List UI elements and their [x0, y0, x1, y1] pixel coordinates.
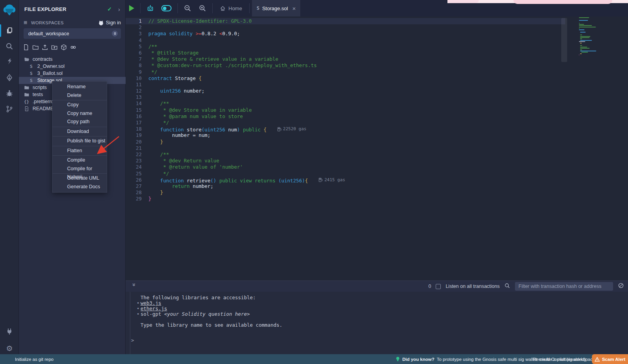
menu-item-rename[interactable]: Rename: [53, 83, 107, 91]
editor-scrollbar[interactable]: [561, 18, 567, 62]
folder-icon: [24, 85, 29, 90]
listen-transactions-checkbox[interactable]: [436, 284, 441, 289]
menu-item-compile-for-nahmii[interactable]: Compile for Nahmii: [53, 165, 107, 173]
upload-folder-icon[interactable]: [51, 44, 58, 51]
code-editor[interactable]: 1// SPDX-License-Identifier: GPL-3.023pr…: [126, 16, 628, 280]
code-line-26: 26 function retrieve() public view retur…: [126, 177, 565, 183]
new-file-icon[interactable]: [23, 44, 29, 51]
tab-home[interactable]: Home: [215, 0, 247, 16]
code-line-10: 10contract Storage {: [126, 75, 565, 82]
terminal-output-line: Type the library name to see available c…: [126, 322, 628, 328]
terminal-output-line: •sol-gpt <your Solidity question here>: [126, 311, 628, 317]
terminal-link[interactable]: ethers.js: [141, 306, 167, 311]
sign-in-button[interactable]: Sign in: [98, 20, 121, 26]
zoom-in-icon: [199, 4, 206, 12]
hamburger-menu-icon[interactable]: ≡: [24, 19, 27, 26]
code-line-4: 4: [126, 37, 565, 44]
code-line-1: 1// SPDX-License-Identifier: GPL-3.0: [126, 18, 565, 24]
solidity-icon: S: [28, 78, 34, 83]
line-number: 18: [126, 126, 148, 132]
transaction-filter-input[interactable]: [515, 282, 613, 291]
line-number: 1: [126, 18, 148, 24]
code-line-3: 3pragma solidity >=0.8.2 <0.9.0;: [126, 31, 565, 37]
terminal-prompt[interactable]: >: [131, 337, 134, 343]
solidity-icon: S: [28, 71, 34, 76]
line-number: 7: [126, 56, 148, 62]
code-line-27: 27 return number;: [126, 183, 565, 189]
terminal-link[interactable]: web3.js: [141, 300, 161, 306]
file-toolbar: [23, 44, 77, 51]
line-number: 19: [126, 132, 148, 138]
line-number: 6: [126, 50, 148, 56]
rail-icon-file-explorer[interactable]: [0, 23, 19, 38]
tree-item-3-ballot-sol[interactable]: S3_Ballot.sol: [19, 70, 126, 77]
menu-item-copy-path[interactable]: Copy path: [53, 118, 107, 126]
home-icon: [220, 5, 226, 11]
menu-item-copy-name[interactable]: Copy name: [53, 109, 107, 118]
tree-item-label: 2_Owner.sol: [37, 64, 64, 69]
terminal[interactable]: The following libraries are accessible:•…: [126, 292, 628, 354]
menu-item-copy[interactable]: Copy: [53, 101, 107, 109]
line-number: 17: [126, 120, 148, 126]
zoom-in-button[interactable]: [195, 0, 210, 16]
line-number: 28: [126, 189, 148, 196]
zoom-out-button[interactable]: [180, 0, 195, 16]
terminal-link-line: •web3.js: [126, 300, 628, 306]
code-line-18: 18 function store(uint256 num) public {2…: [126, 126, 565, 132]
workspace-selector[interactable]: default_workspace: [24, 28, 121, 39]
tree-item-contracts[interactable]: contracts: [19, 56, 126, 63]
rail-icon-solidity-compiler[interactable]: [0, 54, 19, 70]
chevron-right-icon[interactable]: ›: [118, 6, 120, 13]
ai-assistant-button[interactable]: [143, 0, 158, 16]
line-number: 26: [126, 177, 148, 183]
line-number: 9: [126, 69, 148, 75]
code-line-15: 15 * @dev Store value in variable: [126, 107, 565, 113]
copilot-status[interactable]: RemixAI Copilot (enabled): [533, 357, 586, 362]
copilot-toggle[interactable]: [158, 0, 175, 16]
clear-console-icon[interactable]: [618, 282, 624, 290]
file-icon: [24, 106, 29, 111]
link-icon[interactable]: [70, 44, 77, 51]
code-line-8: 8 * @custom:dev-run-script ./scripts/dep…: [126, 62, 565, 69]
menu-item-generate-docs[interactable]: Generate Docs: [53, 183, 107, 191]
scam-alert-button[interactable]: Scam Alert: [592, 354, 628, 364]
code-line-23: 23 * @dev Return value: [126, 158, 565, 164]
tree-item-label: scripts: [33, 85, 47, 90]
menu-item-compile[interactable]: Compile: [53, 156, 107, 165]
rail-icon-search[interactable]: [0, 38, 19, 54]
close-tab-icon[interactable]: ×: [292, 5, 296, 12]
line-number: 3: [126, 31, 148, 37]
rail-icon-debugger[interactable]: [0, 86, 19, 101]
minimap[interactable]: [579, 17, 623, 88]
workspace-switch-icon[interactable]: [112, 31, 118, 36]
tab-storage-sol[interactable]: S Storage.sol ×: [252, 0, 301, 16]
cube-icon[interactable]: [60, 44, 67, 51]
line-number: 8: [126, 62, 148, 69]
collapse-terminal-icon[interactable]: »: [131, 283, 137, 289]
line-number: 27: [126, 183, 148, 189]
code-line-24: 24 * @return value of 'number': [126, 164, 565, 170]
code-line-21: 21: [126, 145, 565, 151]
solidity-icon: S: [28, 64, 34, 69]
tree-item-2-owner-sol[interactable]: S2_Owner.sol: [19, 63, 126, 70]
run-script-button[interactable]: [126, 0, 138, 16]
new-folder-icon[interactable]: [32, 44, 39, 51]
panel-title: FILE EXPLORER: [24, 6, 107, 12]
menu-item-delete[interactable]: Delete: [53, 91, 107, 100]
line-number: 16: [126, 113, 148, 120]
remix-logo-icon[interactable]: [3, 3, 16, 17]
upload-file-icon[interactable]: [42, 44, 48, 51]
terminal-search-icon[interactable]: [504, 283, 510, 290]
rail-icon-settings[interactable]: ⚙: [0, 340, 19, 356]
rail-icon-plugin-manager[interactable]: [0, 324, 19, 339]
code-line-17: 17 */: [126, 120, 565, 126]
tree-item-label: tests: [33, 92, 43, 97]
rail-icon-git[interactable]: [0, 101, 19, 117]
menu-item-generate-uml[interactable]: Generate UML: [53, 174, 107, 183]
browser-artifact-pill: [513, 0, 612, 4]
code-line-9: 9 */: [126, 69, 565, 75]
code-line-25: 25 */: [126, 171, 565, 177]
line-number: 11: [126, 82, 148, 88]
rail-icon-deploy-run[interactable]: [0, 70, 19, 86]
init-git-repo-button[interactable]: Initialize as git repo: [15, 357, 53, 362]
